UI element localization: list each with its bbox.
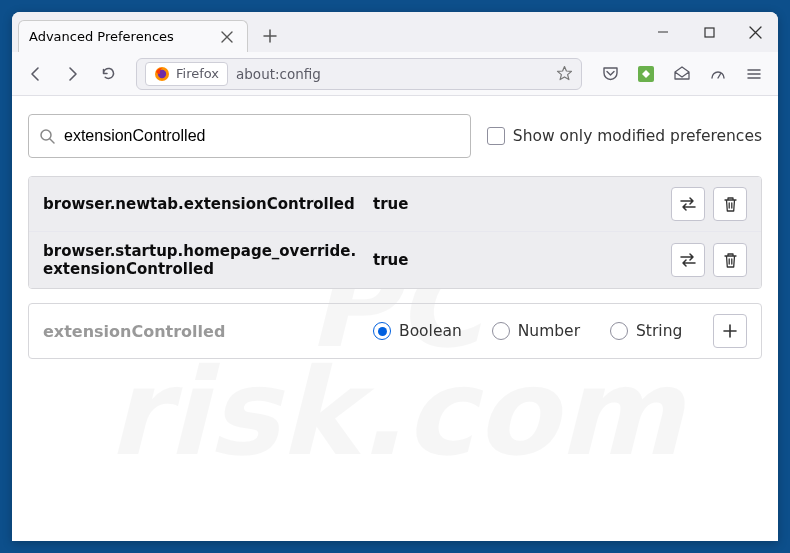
browser-window: Advanced Preferences <box>12 12 778 541</box>
show-modified-label: Show only modified preferences <box>513 127 762 145</box>
tab-title: Advanced Preferences <box>29 29 174 44</box>
row-actions <box>713 314 747 348</box>
bookmark-star-icon[interactable] <box>556 65 573 82</box>
trash-icon <box>723 252 738 269</box>
about-config-content: PCrisk.com Show only modified preference… <box>12 96 778 541</box>
type-boolean-radio[interactable]: Boolean <box>373 322 462 340</box>
radio-label: Boolean <box>399 322 462 340</box>
checkbox-icon <box>487 127 505 145</box>
firefox-icon <box>154 66 170 82</box>
pref-value: true <box>373 251 408 269</box>
toggle-button[interactable] <box>671 243 705 277</box>
identity-label: Firefox <box>176 66 219 81</box>
radio-icon <box>373 322 391 340</box>
search-icon <box>39 128 56 145</box>
plus-icon <box>722 323 738 339</box>
pref-row[interactable]: browser.startup.homepage_override.extens… <box>29 231 761 288</box>
new-pref-row: extensionControlled Boolean Number Strin… <box>28 303 762 359</box>
identity-box[interactable]: Firefox <box>145 62 228 86</box>
back-button[interactable] <box>20 58 52 90</box>
radio-icon <box>492 322 510 340</box>
pref-value: true <box>373 195 408 213</box>
row-actions <box>671 243 747 277</box>
dashboard-icon[interactable] <box>702 58 734 90</box>
radio-label: Number <box>518 322 580 340</box>
row-actions <box>671 187 747 221</box>
close-tab-icon[interactable] <box>221 31 237 43</box>
toggle-button[interactable] <box>671 187 705 221</box>
close-window-button[interactable] <box>732 12 778 52</box>
forward-button[interactable] <box>56 58 88 90</box>
add-button[interactable] <box>713 314 747 348</box>
reload-button[interactable] <box>92 58 124 90</box>
inbox-icon[interactable] <box>666 58 698 90</box>
delete-button[interactable] <box>713 243 747 277</box>
maximize-button[interactable] <box>686 12 732 52</box>
radio-label: String <box>636 322 682 340</box>
pref-results: browser.newtab.extensionControlled true … <box>28 176 762 289</box>
search-box[interactable] <box>28 114 471 158</box>
delete-button[interactable] <box>713 187 747 221</box>
svg-rect-0 <box>705 28 714 37</box>
pocket-icon[interactable] <box>594 58 626 90</box>
search-row: Show only modified preferences <box>28 114 762 158</box>
show-modified-toggle[interactable]: Show only modified preferences <box>487 127 762 145</box>
hamburger-menu-icon[interactable] <box>738 58 770 90</box>
pref-name: browser.newtab.extensionControlled <box>43 195 363 213</box>
type-string-radio[interactable]: String <box>610 322 682 340</box>
radio-icon <box>610 322 628 340</box>
search-input[interactable] <box>64 127 460 145</box>
pref-row[interactable]: browser.newtab.extensionControlled true <box>29 177 761 231</box>
type-radio-group: Boolean Number String <box>373 322 682 340</box>
trash-icon <box>723 196 738 213</box>
nav-toolbar: Firefox about:config <box>12 52 778 96</box>
titlebar: Advanced Preferences <box>12 12 778 52</box>
swap-icon <box>678 252 698 268</box>
pref-name: browser.startup.homepage_override.extens… <box>43 242 363 278</box>
url-bar[interactable]: Firefox about:config <box>136 58 582 90</box>
window-controls <box>640 12 778 52</box>
new-pref-name: extensionControlled <box>43 322 363 341</box>
minimize-button[interactable] <box>640 12 686 52</box>
type-number-radio[interactable]: Number <box>492 322 580 340</box>
browser-tab[interactable]: Advanced Preferences <box>18 20 248 52</box>
url-text: about:config <box>236 66 548 82</box>
swap-icon <box>678 196 698 212</box>
new-tab-button[interactable] <box>254 20 286 52</box>
extension-icon[interactable] <box>630 58 662 90</box>
